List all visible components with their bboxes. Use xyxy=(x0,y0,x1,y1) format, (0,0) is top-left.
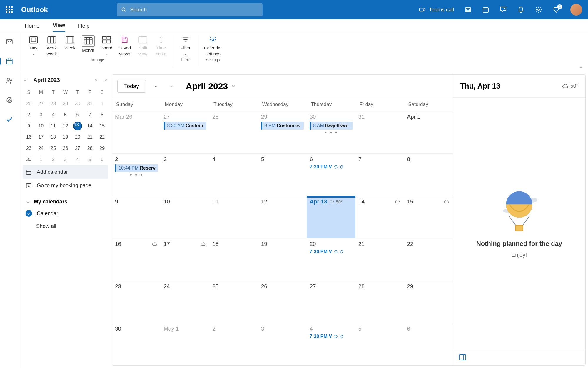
calendar-day-cell[interactable]: 9 xyxy=(112,196,161,238)
weather-icon[interactable] xyxy=(444,199,449,204)
calendar-day-cell[interactable]: 10 xyxy=(161,196,210,238)
calendar-day-cell[interactable]: 67:30 PM V xyxy=(307,154,355,196)
show-all-link[interactable]: Show all xyxy=(23,220,108,233)
calendar-day-cell[interactable]: 293 PMCustom ev xyxy=(258,111,307,153)
cal-title[interactable]: April 2023 xyxy=(186,81,236,91)
rail-calendar[interactable] xyxy=(5,57,14,65)
calendar-day-cell[interactable]: 5 xyxy=(355,323,404,365)
minical-day[interactable]: 5 xyxy=(59,109,72,120)
minical-day[interactable]: 18 xyxy=(47,132,59,143)
view-month[interactable]: Month xyxy=(80,35,96,57)
agenda-weather[interactable]: 50° xyxy=(562,83,578,89)
minical-day[interactable]: 22 xyxy=(96,132,108,143)
calendar-day-cell[interactable]: 6 xyxy=(404,323,453,365)
minical-day[interactable]: 6 xyxy=(71,109,84,120)
minical-day[interactable]: 1 xyxy=(96,98,108,109)
ribbon-collapse[interactable] xyxy=(579,65,583,69)
minical-day[interactable]: 19 xyxy=(59,132,72,143)
my-calendars-section[interactable]: My calendars xyxy=(23,192,108,207)
minical-day[interactable]: 25 xyxy=(47,143,59,154)
rail-files[interactable] xyxy=(5,96,14,104)
booking-page-link[interactable]: Go to my booking page xyxy=(23,179,108,192)
minical-day[interactable]: 16 xyxy=(23,132,35,143)
minical-day[interactable]: 24 xyxy=(35,143,47,154)
calendar-day-cell[interactable]: 11 xyxy=(209,196,258,238)
minical-day[interactable]: 26 xyxy=(59,143,72,154)
view-week[interactable]: Week xyxy=(62,35,78,57)
minical-day[interactable]: 3 xyxy=(59,154,72,165)
minical-day[interactable]: 27 xyxy=(71,143,84,154)
meet-now-icon[interactable] xyxy=(465,6,472,13)
minical-day[interactable]: 31 xyxy=(84,98,96,109)
view-board[interactable]: Board⌄ xyxy=(98,35,114,57)
minical-day[interactable]: 4 xyxy=(71,154,84,165)
my-day-icon[interactable] xyxy=(482,6,489,13)
calendar-event[interactable]: 7:30 PM V xyxy=(310,164,353,170)
minical-next[interactable] xyxy=(103,78,108,82)
calendar-day-cell[interactable]: 47:30 PM V xyxy=(307,323,355,365)
rail-people[interactable] xyxy=(5,77,14,85)
minical-day[interactable]: 2 xyxy=(47,154,59,165)
minical-day[interactable]: 23 xyxy=(23,143,35,154)
agenda-panel-icon[interactable] xyxy=(459,354,466,360)
weather-icon[interactable] xyxy=(395,199,400,204)
calendar-day-cell[interactable]: 207:30 PM V xyxy=(307,238,355,281)
settings-icon[interactable] xyxy=(535,6,542,13)
tab-home[interactable]: Home xyxy=(25,19,40,32)
calendar-event[interactable]: 8:30 AMCustom xyxy=(164,122,207,130)
calendar-day-cell[interactable]: 16 xyxy=(112,238,161,281)
minical-day[interactable]: 12 xyxy=(59,120,72,132)
tab-view[interactable]: View xyxy=(53,19,65,32)
calendar-day-cell[interactable]: 15 xyxy=(404,196,453,238)
calendar-day-cell[interactable]: 25 xyxy=(209,281,258,323)
add-calendar-link[interactable]: Add calendar xyxy=(23,165,108,179)
minical-prev[interactable] xyxy=(93,78,98,82)
teams-call-button[interactable]: Teams call xyxy=(419,6,454,13)
calendar-day-cell[interactable]: 14 xyxy=(355,196,404,238)
calendar-day-cell[interactable]: 27 xyxy=(307,281,355,323)
calendar-day-cell[interactable]: 7 xyxy=(355,154,404,196)
calendar-day-cell[interactable]: Apr 1 xyxy=(404,111,453,153)
calendar-item[interactable]: Calendar xyxy=(23,207,108,220)
minical-day[interactable]: 13 xyxy=(71,120,84,132)
calendar-event[interactable]: 7:30 PM V xyxy=(310,249,353,254)
minical-day[interactable]: 27 xyxy=(35,98,47,109)
minical-collapse[interactable] xyxy=(23,78,27,82)
calendar-day-cell[interactable]: 8 xyxy=(404,154,453,196)
minical-day[interactable]: 29 xyxy=(59,98,72,109)
calendar-settings[interactable]: Calendar settings xyxy=(202,35,224,57)
minical-day[interactable]: 2 xyxy=(23,109,35,120)
calendar-day-cell[interactable]: 210:44 PMReserv• • • xyxy=(112,154,161,196)
minical-day[interactable]: 26 xyxy=(23,98,35,109)
tab-help[interactable]: Help xyxy=(78,19,90,32)
calendar-day-cell[interactable]: 2 xyxy=(209,323,258,365)
minical-day[interactable]: 29 xyxy=(96,143,108,154)
calendar-day-cell[interactable]: Mar 26 xyxy=(112,111,161,153)
calendar-event[interactable]: 7:30 PM V xyxy=(310,334,353,339)
calendar-day-cell[interactable]: 29 xyxy=(404,281,453,323)
search-box[interactable] xyxy=(117,3,263,16)
calendar-day-cell[interactable]: May 1 xyxy=(161,323,210,365)
more-events[interactable]: • • • xyxy=(310,131,353,134)
minical-day[interactable]: 28 xyxy=(47,98,59,109)
calendar-day-cell[interactable]: 5 xyxy=(258,154,307,196)
minical-day[interactable]: 20 xyxy=(71,132,84,143)
search-input[interactable] xyxy=(130,7,258,13)
more-events[interactable]: • • • xyxy=(115,173,158,176)
calendar-day-cell[interactable]: 19 xyxy=(258,238,307,281)
calendar-day-cell[interactable]: 278:30 AMCustom xyxy=(161,111,210,153)
calendar-day-cell[interactable]: 24 xyxy=(161,281,210,323)
calendar-day-cell[interactable]: Apr 1350° xyxy=(307,196,355,238)
minical-day[interactable]: 28 xyxy=(84,143,96,154)
weather-icon[interactable] xyxy=(152,241,157,247)
rail-mail[interactable] xyxy=(5,38,14,46)
calendar-day-cell[interactable]: 17 xyxy=(161,238,210,281)
filter-button[interactable]: Filter⌄ xyxy=(178,35,193,56)
minical-day[interactable]: 17 xyxy=(35,132,47,143)
weather-icon[interactable] xyxy=(201,241,206,247)
calendar-event[interactable]: 3 PMCustom ev xyxy=(261,122,304,130)
notifications-icon[interactable] xyxy=(517,6,524,13)
app-launcher[interactable] xyxy=(6,6,13,13)
premium-icon[interactable]: 4 xyxy=(553,6,560,13)
calendar-day-cell[interactable]: 28 xyxy=(355,281,404,323)
